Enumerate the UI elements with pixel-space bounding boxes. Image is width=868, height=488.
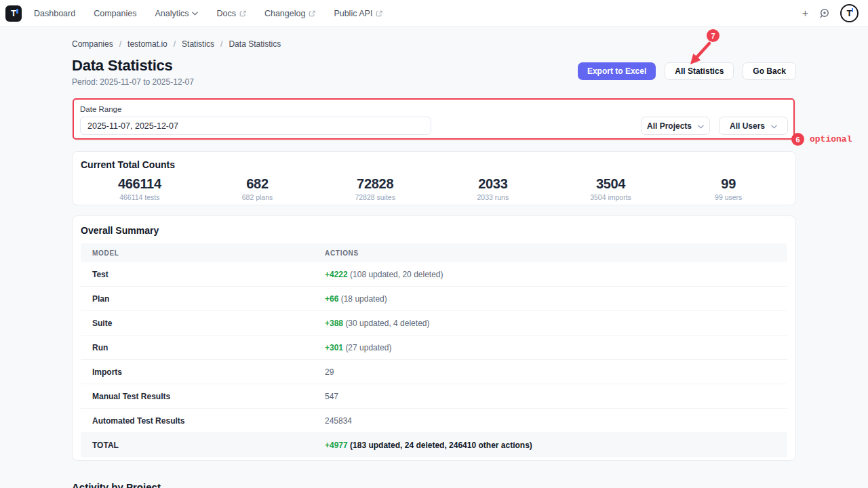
top-navbar: T Dashboard Companies Analytics Docs Cha… — [0, 0, 868, 27]
chevron-down-icon — [771, 121, 777, 131]
stat-imports: 3504 3504 imports — [552, 176, 670, 201]
stat-value: 3504 — [552, 176, 670, 191]
row-actions: 29 — [325, 367, 334, 377]
action-detail: (30 updated, 4 deleted) — [345, 319, 429, 328]
nav-dashboard-label: Dashboard — [34, 9, 75, 18]
stat-value: 2033 — [434, 176, 552, 191]
export-to-excel-button[interactable]: Export to Excel — [578, 62, 656, 80]
projects-dropdown-label: All Projects — [647, 121, 692, 131]
added-count: +388 — [325, 319, 343, 328]
breadcrumb-company[interactable]: testomat.io — [127, 39, 167, 49]
date-range-block: Date Range — [80, 105, 431, 135]
stat-value: 72828 — [316, 176, 434, 191]
row-actions: 547 — [325, 392, 338, 401]
users-dropdown-label: All Users — [730, 121, 765, 131]
row-model: Run — [81, 343, 325, 352]
breadcrumb-statistics[interactable]: Statistics — [182, 39, 214, 49]
plain-count: 547 — [325, 392, 338, 401]
stat-value: 466114 — [81, 176, 199, 191]
nav-dashboard[interactable]: Dashboard — [34, 9, 75, 18]
stat-users: 99 99 users — [669, 176, 787, 201]
logo-accent — [16, 9, 18, 14]
summary-table: MODEL ACTIONS Test +4222 (108 updated, 2… — [81, 243, 787, 458]
stat-value: 99 — [669, 176, 787, 191]
row-model: Automated Test Results — [81, 416, 325, 426]
page-period: Period: 2025-11-07 to 2025-12-07 — [72, 77, 194, 87]
row-model: Manual Test Results — [81, 392, 325, 401]
date-range-input[interactable] — [80, 117, 431, 135]
nav-analytics-label: Analytics — [155, 9, 189, 18]
all-statistics-button[interactable]: All Statistics — [665, 62, 734, 80]
nav-companies[interactable]: Companies — [94, 9, 136, 18]
action-detail: (108 updated, 20 deleted) — [350, 270, 443, 279]
main-content: Companies / testomat.io / Statistics / D… — [72, 39, 796, 488]
table-row: Test +4222 (108 updated, 20 deleted) — [81, 262, 787, 287]
testomat-logo[interactable]: T — [5, 5, 22, 22]
plain-count: 29 — [325, 367, 334, 377]
nav-companies-label: Companies — [94, 9, 136, 18]
row-actions: +4222 (108 updated, 20 deleted) — [325, 270, 443, 279]
stat-value: 682 — [199, 176, 317, 191]
row-model: Imports — [81, 367, 325, 377]
users-dropdown[interactable]: All Users — [719, 117, 788, 135]
nav-docs-label: Docs — [216, 9, 235, 18]
action-detail: (183 updated, 24 deleted, 246410 other a… — [350, 441, 532, 450]
page-title: Data Statistics — [72, 57, 194, 75]
table-row: Automated Test Results 245834 — [81, 409, 787, 433]
header-actions: Export to Excel All Statistics Go Back — [578, 62, 796, 87]
added-count: +4977 — [325, 441, 348, 450]
table-row: Plan +66 (18 updated) — [81, 287, 787, 311]
stat-suites: 72828 72828 suites — [316, 176, 434, 201]
plus-icon[interactable]: + — [802, 8, 808, 19]
row-actions: 245834 — [325, 416, 352, 426]
avatar[interactable]: T — [840, 4, 859, 22]
added-count: +301 — [325, 343, 343, 352]
overall-summary-card: Overall Summary MODEL ACTIONS Test +4222… — [72, 216, 796, 461]
external-link-icon — [239, 10, 246, 17]
breadcrumb-current: Data Statistics — [229, 39, 281, 49]
nav-links: Dashboard Companies Analytics Docs Chang… — [34, 9, 382, 18]
page-title-block: Data Statistics Period: 2025-11-07 to 20… — [72, 57, 194, 87]
column-header-model: MODEL — [81, 249, 325, 257]
projects-dropdown[interactable]: All Projects — [641, 117, 710, 135]
added-count: +66 — [325, 294, 338, 304]
stat-label: 99 users — [669, 193, 787, 201]
chevron-down-icon — [698, 121, 704, 131]
support-icon[interactable] — [818, 7, 830, 19]
breadcrumb-separator: / — [220, 39, 222, 49]
stat-label: 466114 tests — [81, 193, 199, 201]
counts-card-title: Current Total Counts — [81, 159, 787, 170]
action-detail: (27 updated) — [345, 343, 391, 352]
stat-label: 3504 imports — [552, 193, 670, 201]
row-actions: +4977 (183 updated, 24 deleted, 246410 o… — [325, 441, 532, 450]
breadcrumb: Companies / testomat.io / Statistics / D… — [72, 39, 796, 49]
row-model: TOTAL — [81, 441, 325, 450]
breadcrumb-separator: / — [174, 39, 176, 49]
breadcrumb-companies[interactable]: Companies — [72, 39, 113, 49]
table-row-total: TOTAL +4977 (183 updated, 24 deleted, 24… — [81, 433, 787, 458]
nav-changelog[interactable]: Changelog — [264, 9, 315, 18]
stat-tests: 466114 466114 tests — [81, 176, 199, 201]
stat-label: 72828 suites — [316, 193, 434, 201]
avatar-accent — [852, 8, 854, 12]
nav-public-api[interactable]: Public API — [334, 9, 382, 18]
nav-docs[interactable]: Docs — [216, 9, 245, 18]
row-actions: +301 (27 updated) — [325, 343, 391, 352]
stat-label: 682 plans — [199, 193, 317, 201]
row-actions: +388 (30 updated, 4 deleted) — [325, 319, 429, 328]
breadcrumb-separator: / — [119, 39, 121, 49]
nav-right: + T — [802, 4, 859, 22]
row-model: Test — [81, 270, 325, 279]
stat-label: 2033 runs — [434, 193, 552, 201]
stats-row: 466114 466114 tests 682 682 plans 72828 … — [81, 176, 787, 201]
page-header: Data Statistics Period: 2025-11-07 to 20… — [72, 57, 796, 87]
external-link-icon — [376, 10, 382, 17]
go-back-button[interactable]: Go Back — [743, 62, 796, 80]
nav-changelog-label: Changelog — [264, 9, 305, 18]
table-row: Run +301 (27 updated) — [81, 336, 787, 360]
stat-runs: 2033 2033 runs — [434, 176, 552, 201]
nav-analytics[interactable]: Analytics — [155, 9, 198, 18]
activity-by-project-title: Activity by Project — [72, 481, 796, 488]
added-count: +4222 — [325, 270, 348, 279]
row-actions: +66 (18 updated) — [325, 294, 387, 304]
